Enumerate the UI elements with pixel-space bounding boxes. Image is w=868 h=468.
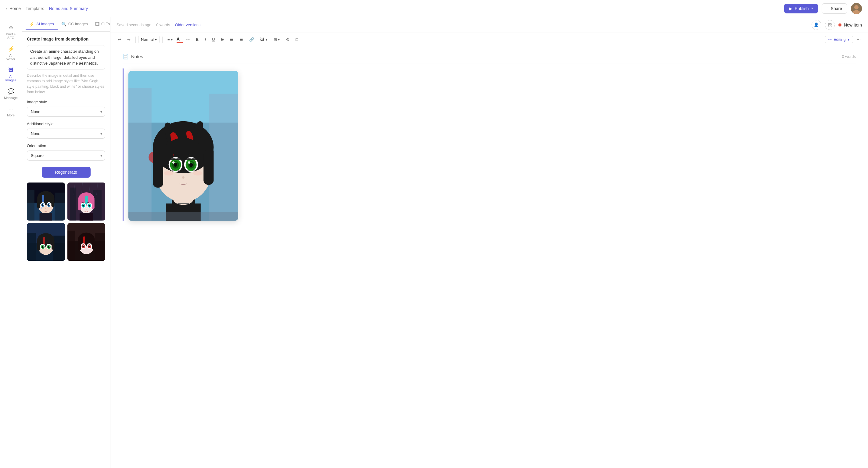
sidebar-item-ai-images[interactable]: 🖼 AI Images xyxy=(1,65,21,85)
svg-rect-52 xyxy=(37,240,40,250)
thumbnail-4[interactable] xyxy=(67,223,105,261)
numbered-list-button[interactable]: ☰ xyxy=(237,36,246,43)
extra-button[interactable]: □ xyxy=(293,36,301,43)
gif-icon: 🎞 xyxy=(95,22,99,27)
svg-point-110 xyxy=(194,161,195,162)
tab-gifs[interactable]: 🎞 GIFs xyxy=(92,19,111,30)
panel-tabs: ⚡ AI images 🔍 CC images 🎞 GIFs ‹ xyxy=(22,17,110,32)
orientation-selector[interactable]: Square Landscape Portrait ▾ xyxy=(27,151,105,161)
sidebar-item-brief-seo[interactable]: ⚙ Brief + SEO xyxy=(1,22,21,42)
image-icon: 🖼 xyxy=(828,23,832,27)
underline-button[interactable]: U xyxy=(210,36,217,43)
bullet-list-button[interactable]: ☰ xyxy=(227,36,236,43)
image-style-selector[interactable]: None Realistic Cartoon Anime Oil Paintin… xyxy=(27,107,105,117)
editor-topbar: Saved seconds ago 0 words Older versions… xyxy=(111,17,868,33)
ai-writer-icon: ⚡ xyxy=(8,46,14,53)
link-button[interactable]: 🔗 xyxy=(247,36,256,43)
lightning-icon: ⚡ xyxy=(29,22,34,27)
align-button[interactable]: ≡ ▾ xyxy=(165,36,175,43)
older-versions-link[interactable]: Older versions xyxy=(175,23,201,27)
style-selector-value: Normal xyxy=(141,37,154,42)
table-button[interactable]: ⊞ ▾ xyxy=(271,36,283,43)
italic-label: I xyxy=(205,37,206,42)
undo-button[interactable]: ↩ xyxy=(115,36,124,43)
svg-rect-49 xyxy=(53,236,65,261)
top-bar: ‹ Home Template: Notes and Summary ▶ Pub… xyxy=(0,0,868,17)
image-insert-button[interactable]: 🖼 ▾ xyxy=(258,36,270,43)
prompt-input[interactable]: Create an anime character standing on a … xyxy=(27,45,105,69)
avatar[interactable] xyxy=(851,3,862,14)
additional-style-selector[interactable]: None Dark Bright Vintage Futuristic ▾ xyxy=(27,129,105,139)
brief-seo-icon: ⚙ xyxy=(8,24,13,31)
svg-point-109 xyxy=(170,161,172,162)
share-button[interactable]: ↑ Share xyxy=(822,3,847,14)
tab-cc-images[interactable]: 🔍 CC images xyxy=(58,19,92,30)
svg-rect-6 xyxy=(55,193,65,220)
more-icon: ··· xyxy=(8,106,13,112)
regenerate-button[interactable]: Regenerate xyxy=(42,167,91,178)
add-collaborator-button[interactable]: 👤 xyxy=(812,20,822,30)
svg-rect-65 xyxy=(67,230,75,261)
editing-mode-selector[interactable]: ✏ Editing ▾ xyxy=(825,36,853,43)
style-selector[interactable]: Normal ▾ xyxy=(138,36,160,43)
svg-rect-5 xyxy=(27,190,34,221)
clear-format-button[interactable]: ⊘ xyxy=(284,36,292,43)
text-color-button[interactable]: A xyxy=(177,37,183,43)
share-icon: ↑ xyxy=(827,6,829,11)
additional-style-label: Additional style xyxy=(27,122,105,126)
svg-point-106 xyxy=(182,176,185,179)
new-item-button[interactable]: New Item xyxy=(838,23,862,27)
color-bar xyxy=(177,42,183,43)
template-prefix: Template: xyxy=(26,6,44,11)
save-status: Saved seconds ago xyxy=(117,23,151,27)
content-body xyxy=(128,68,238,221)
new-item-dot xyxy=(838,24,841,27)
share-label: Share xyxy=(831,6,842,11)
chevron-left-icon: ‹ xyxy=(6,6,8,11)
svg-rect-69 xyxy=(78,239,81,250)
svg-point-1 xyxy=(854,5,859,9)
svg-rect-111 xyxy=(128,212,238,221)
doc-title-bar: 📄 Notes 0 words xyxy=(123,54,856,63)
template-name[interactable]: Notes and Summary xyxy=(49,6,88,11)
publish-button[interactable]: ▶ Publish ▾ xyxy=(784,4,818,13)
svg-point-20 xyxy=(45,208,46,209)
sidebar-item-ai-writer[interactable]: ⚡ AI Writer xyxy=(1,43,21,63)
orientation-select[interactable]: Square Landscape Portrait xyxy=(27,151,105,161)
highlight-button[interactable]: ✏ xyxy=(184,36,192,43)
italic-button[interactable]: I xyxy=(203,36,209,43)
editor-content[interactable]: 📄 Notes 0 words xyxy=(111,46,868,468)
publish-chevron-icon: ▾ xyxy=(811,6,813,10)
additional-style-select[interactable]: None Dark Bright Vintage Futuristic xyxy=(27,129,105,139)
svg-point-98 xyxy=(174,163,177,167)
strikethrough-button[interactable]: S xyxy=(219,36,226,43)
format-toolbar: ↩ ↪ Normal ▾ ≡ ▾ A ✏ B I U S ☰ ☰ 🔗 🖼 ▾ ⊞… xyxy=(111,33,868,46)
regenerate-label: Regenerate xyxy=(55,170,77,175)
search-icon: 🔍 xyxy=(61,22,66,27)
svg-point-105 xyxy=(188,161,190,164)
svg-point-42 xyxy=(83,204,84,205)
tab-ai-images[interactable]: ⚡ AI images xyxy=(26,19,58,30)
svg-point-19 xyxy=(49,204,50,205)
anime-image[interactable] xyxy=(128,71,238,221)
underline-label: U xyxy=(212,37,215,42)
home-link[interactable]: ‹ Home xyxy=(6,6,21,11)
svg-rect-45 xyxy=(79,213,93,221)
image-action-button[interactable]: 🖼 xyxy=(825,20,835,30)
accent-bar xyxy=(123,68,124,221)
pencil-icon: ✏ xyxy=(828,37,832,42)
image-style-select[interactable]: None Realistic Cartoon Anime Oil Paintin… xyxy=(27,107,105,117)
bold-button[interactable]: B xyxy=(193,36,201,43)
redo-button[interactable]: ↪ xyxy=(125,36,133,43)
svg-point-107 xyxy=(164,171,173,175)
thumbnail-2[interactable] xyxy=(67,182,105,221)
svg-rect-54 xyxy=(43,237,45,244)
more-options-button[interactable]: ··· xyxy=(854,36,863,43)
sidebar-item-more[interactable]: ··· More xyxy=(1,103,21,120)
sidebar-item-message[interactable]: 💬 Message xyxy=(1,86,21,102)
sidebar-label-ai-images: AI Images xyxy=(5,75,17,82)
thumbnail-3[interactable] xyxy=(27,223,65,261)
divider-1 xyxy=(135,37,136,43)
svg-point-99 xyxy=(172,161,175,164)
thumbnail-1[interactable] xyxy=(27,182,65,221)
